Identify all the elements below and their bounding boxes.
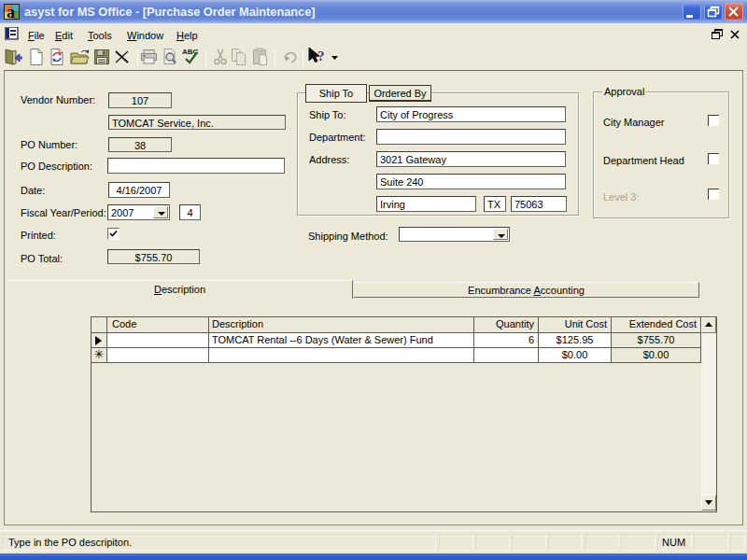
svg-text:?: ? (317, 49, 325, 63)
svg-text:a: a (7, 4, 15, 21)
